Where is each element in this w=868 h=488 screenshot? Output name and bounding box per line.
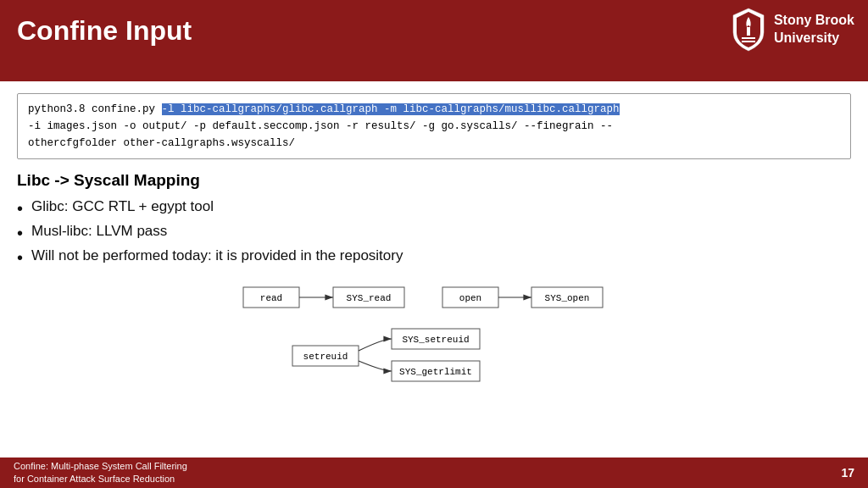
- code-line1-highlight: -l libc-callgraphs/glibc.callgraph -m li…: [162, 103, 620, 115]
- university-logo-icon: [730, 7, 767, 53]
- svg-rect-0: [747, 27, 750, 36]
- bullet-list: Glibc: GCC RTL + egypt tool Musl-libc: L…: [17, 198, 851, 268]
- footer-text: Confine: Multi-phase System Call Filteri…: [14, 460, 187, 486]
- node-sysread-label: SYS_read: [347, 293, 392, 303]
- svg-rect-2: [742, 41, 755, 42]
- node-syssetreuid-label: SYS_setreuid: [402, 335, 469, 345]
- node-read-label: read: [260, 293, 282, 303]
- code-block: python3.8 confine.py -l libc-callgraphs/…: [17, 93, 851, 159]
- svg-rect-1: [742, 37, 755, 39]
- footer-bar: Confine: Multi-phase System Call Filteri…: [0, 458, 868, 488]
- bullet-item-3: Will not be performed today: it is provi…: [17, 247, 851, 268]
- syscall-mapping-diagram: read SYS_read open SYS_open setreuid: [218, 280, 650, 398]
- arrow-setreuid-syssetreuid: [359, 339, 392, 351]
- code-line2: -i images.json -o output/ -p default.sec…: [28, 120, 613, 132]
- footer-page: 17: [841, 466, 854, 480]
- node-sysopen-label: SYS_open: [545, 293, 590, 303]
- section-heading: Libc -> Syscall Mapping: [17, 171, 851, 190]
- node-setreuid-label: setreuid: [303, 352, 348, 362]
- diagram-area: read SYS_read open SYS_open setreuid: [17, 280, 851, 398]
- university-name: Stony BrookUniversity: [774, 12, 854, 47]
- bullet-item-2: Musl-libc: LLVM pass: [17, 223, 851, 243]
- footer-line1: Confine: Multi-phase System Call Filteri…: [14, 460, 187, 473]
- university-logo: Stony BrookUniversity: [730, 7, 854, 53]
- node-sysgetrlimit-label: SYS_getrlimit: [399, 367, 472, 377]
- code-line1-normal: python3.8 confine.py: [28, 103, 162, 115]
- footer-line2: for Container Attack Surface Reduction: [14, 473, 187, 485]
- code-line3: othercfgfolder other-callgraphs.wsyscall…: [28, 137, 295, 149]
- bullet-item-1: Glibc: GCC RTL + egypt tool: [17, 198, 851, 219]
- arrow-setreuid-sysgetrlimit: [359, 361, 392, 371]
- main-content: python3.8 confine.py -l libc-callgraphs/…: [0, 81, 868, 458]
- node-open-label: open: [459, 293, 481, 303]
- slide-title: Confine Input: [17, 15, 192, 47]
